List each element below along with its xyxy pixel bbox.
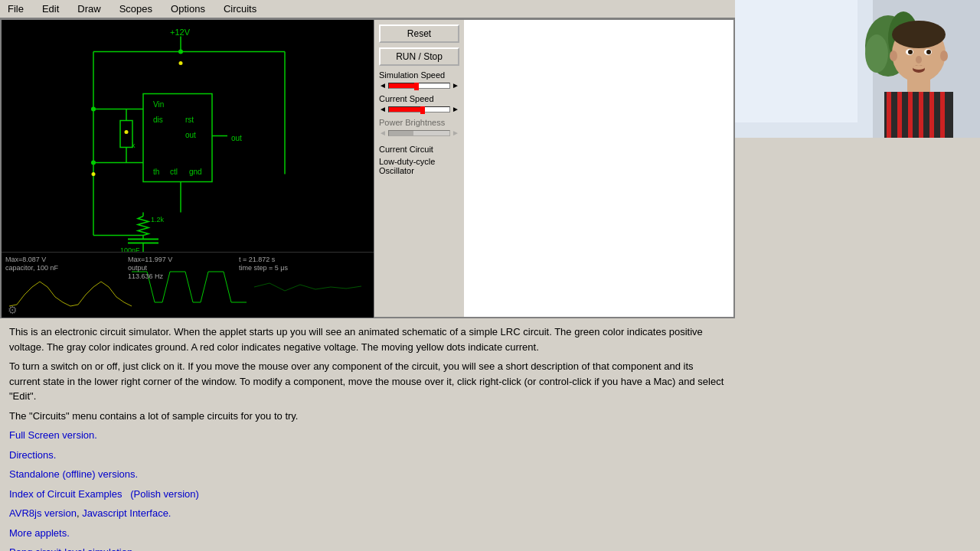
svg-point-24 (940, 51, 948, 61)
power-brightness-right-arrow[interactable]: ► (452, 129, 459, 137)
svg-rect-9 (887, 92, 891, 138)
svg-text:⚙: ⚙ (8, 304, 18, 316)
svg-text:t = 21.872 s: t = 21.872 s (239, 256, 276, 263)
link-more-applets[interactable]: More applets. (9, 527, 70, 539)
description-area: This is an electronic circuit simulator.… (0, 318, 735, 551)
svg-rect-2 (735, 0, 858, 122)
svg-text:Vin: Vin (153, 100, 164, 109)
link-js-interface[interactable]: Javascript Interface. (82, 507, 171, 519)
svg-text:out: out (231, 134, 242, 142)
svg-point-15 (892, 21, 946, 48)
simulator-container: +12V Vin dis rst out th ctl gnd out (0, 18, 735, 318)
svg-text:th: th (153, 168, 159, 176)
svg-text:113.636 Hz: 113.636 Hz (128, 272, 164, 280)
menu-options[interactable]: Options (166, 2, 210, 16)
svg-rect-13 (929, 92, 934, 138)
link-directions[interactable]: Directions. (9, 449, 56, 461)
canvas-area: +12V Vin dis rst out th ctl gnd out (2, 20, 374, 317)
power-brightness-left-arrow[interactable]: ◄ (379, 129, 387, 137)
link-index-examples[interactable]: Index of Circuit Examples (9, 488, 122, 500)
link-full-screen[interactable]: Full Screen version. (9, 429, 97, 441)
link-avrjs[interactable]: AVR8js version (9, 507, 77, 519)
power-brightness-track[interactable] (388, 130, 450, 136)
svg-point-5 (865, 34, 888, 73)
menu-edit[interactable]: Edit (38, 2, 64, 16)
svg-rect-69 (2, 253, 374, 318)
svg-text:1.2k: 1.2k (151, 216, 165, 223)
controls-panel: Reset RUN / Stop Simulation Speed ◄ ► Cu… (374, 20, 464, 317)
svg-text:rst: rst (185, 116, 194, 124)
svg-text:dis: dis (153, 116, 163, 124)
svg-point-64 (91, 161, 96, 165)
circuit-display[interactable]: +12V Vin dis rst out th ctl gnd out (2, 20, 374, 252)
menu-draw[interactable]: Draw (73, 2, 105, 16)
svg-point-23 (890, 51, 897, 61)
current-speed-label: Current Speed (379, 94, 459, 103)
description-para3: The "Circuits" menu contains a lot of sa… (9, 409, 726, 424)
description-para1: This is an electronic circuit simulator.… (9, 324, 726, 354)
scope-display: ⚙ Max=8.087 V capacitor, 100 nF Max=11.9… (2, 252, 374, 317)
svg-rect-7 (907, 78, 930, 93)
svg-point-63 (91, 107, 96, 112)
svg-text:ctl: ctl (170, 168, 178, 176)
sim-speed-left-arrow[interactable]: ◄ (379, 81, 387, 90)
link-standalone[interactable]: Standalone (offline) versions. (9, 468, 138, 480)
power-brightness-label: Power Brightness (379, 118, 459, 127)
svg-text:Max=11.997 V: Max=11.997 V (128, 256, 172, 263)
current-speed-track[interactable] (388, 106, 450, 112)
svg-text:output: output (128, 264, 148, 272)
svg-text:100nF: 100nF (120, 246, 140, 253)
menu-scopes[interactable]: Scopes (115, 2, 157, 16)
svg-point-20 (916, 56, 922, 64)
run-stop-button[interactable]: RUN / Stop (379, 47, 459, 66)
svg-text:capacitor, 100 nF: capacitor, 100 nF (5, 264, 59, 272)
current-speed-left-arrow[interactable]: ◄ (379, 105, 387, 113)
svg-rect-11 (908, 92, 913, 138)
simulation-speed-label: Simulation Speed (379, 70, 459, 80)
svg-text:time step = 5 μs: time step = 5 μs (239, 264, 288, 272)
menu-circuits[interactable]: Circuits (219, 2, 261, 16)
svg-rect-12 (919, 92, 923, 138)
svg-point-68 (179, 61, 183, 65)
power-brightness-control: Power Brightness ◄ ► (379, 118, 459, 137)
webcam-overlay (735, 0, 980, 138)
link-polish-version[interactable]: (Polish version) (130, 488, 199, 500)
svg-point-18 (908, 50, 913, 54)
svg-text:+12V: +12V (170, 28, 191, 37)
svg-point-19 (926, 50, 931, 54)
svg-rect-14 (940, 92, 945, 138)
current-speed-control: Current Speed ◄ ► (379, 94, 459, 113)
svg-point-22 (913, 65, 925, 70)
current-circuit-name-label: Low-duty-cycle Oscillator (379, 157, 459, 175)
current-circuit-info: Current Circuit Low-duty-cycle Oscillato… (379, 142, 459, 175)
current-circuit-prefix-label: Current Circuit (379, 145, 459, 154)
menu-file[interactable]: File (3, 2, 28, 16)
svg-text:Max=8.087 V: Max=8.087 V (5, 256, 46, 263)
simulation-speed-control: Simulation Speed ◄ ► (379, 70, 459, 90)
simulation-speed-track[interactable] (388, 83, 450, 89)
link-pong[interactable]: Pong circuit-level simulation. (9, 546, 136, 551)
description-para2: To turn a switch on or off, just click o… (9, 359, 726, 404)
svg-point-66 (125, 130, 129, 134)
svg-point-65 (178, 50, 183, 54)
svg-text:gnd: gnd (189, 168, 202, 176)
svg-rect-10 (897, 92, 902, 138)
current-speed-right-arrow[interactable]: ► (452, 105, 459, 113)
reset-button[interactable]: Reset (379, 24, 459, 43)
sim-speed-right-arrow[interactable]: ► (452, 81, 459, 90)
svg-text:out: out (185, 131, 196, 139)
svg-point-67 (92, 172, 96, 176)
